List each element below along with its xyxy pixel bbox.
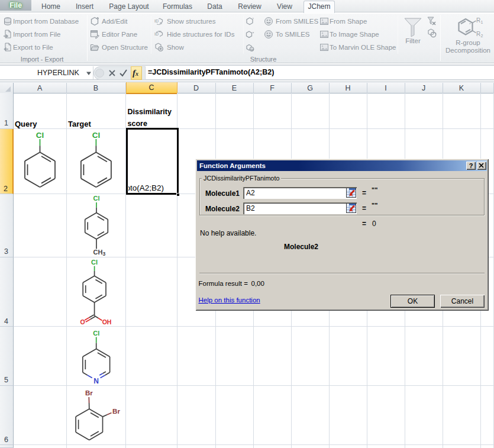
svg-text:ID: ID (154, 32, 159, 36)
svg-text:Br: Br (112, 408, 120, 415)
svg-text:OH: OH (102, 318, 112, 325)
svg-text:Cl: Cl (91, 259, 98, 266)
svg-text:Cl: Cl (93, 330, 99, 337)
svg-text:2: 2 (481, 34, 483, 38)
svg-text:CH3: CH3 (93, 249, 106, 257)
svg-text:Br: Br (85, 389, 93, 397)
svg-text:N: N (93, 377, 99, 385)
svg-text:O: O (80, 318, 85, 325)
svg-text:R: R (476, 17, 480, 24)
svg-text:1: 1 (481, 20, 483, 24)
svg-text:ID: ID (154, 19, 159, 23)
svg-text:Cl: Cl (36, 131, 44, 140)
svg-text:Cl: Cl (93, 195, 100, 202)
svg-text:R: R (476, 31, 480, 37)
svg-text:Cl: Cl (92, 131, 101, 140)
